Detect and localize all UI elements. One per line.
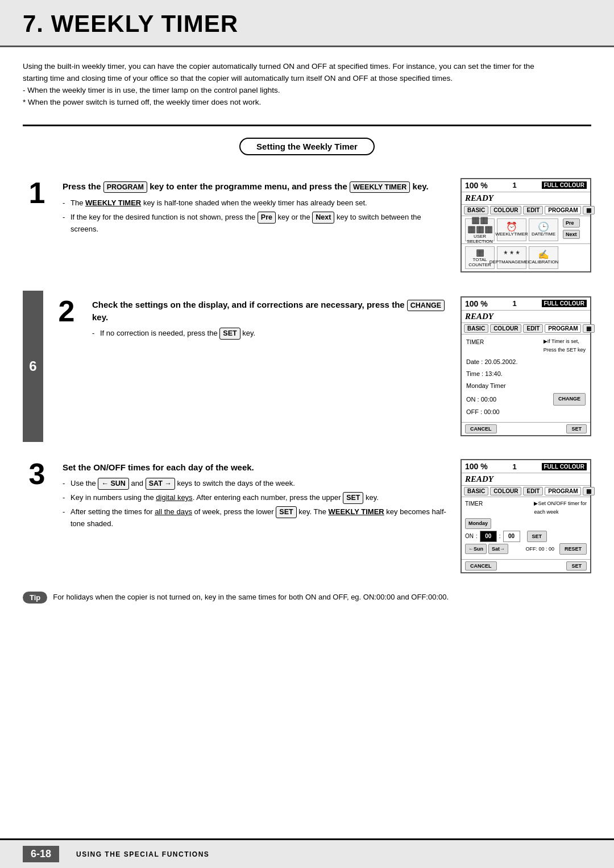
on-row: ON : 00:00 CHANGE [466, 393, 586, 405]
step1-container: 1 Press the PROGRAM key to enter the pro… [23, 178, 591, 272]
step1-bullet2: If the key for the desired function is n… [63, 212, 449, 235]
off-row: OFF : 00:00 [466, 407, 586, 418]
set-btn3[interactable]: SET [566, 561, 587, 571]
digital-keys-ref: digital keys [156, 493, 192, 502]
step3-heading: Set the ON/OFF times for each day of the… [63, 461, 449, 473]
upper-set-key: SET [343, 492, 363, 504]
screen3-num: 1 [512, 462, 516, 471]
step1-heading: Press the PROGRAM key to enter the progr… [63, 180, 449, 193]
sat-nav-btn[interactable]: Sat→ [488, 544, 508, 554]
step3-container: 3 Set the ON/OFF times for each day of t… [23, 459, 591, 573]
cancel-btn3[interactable]: CANCEL [465, 561, 497, 571]
screen1-mockup: 100 % 1 FULL COLOUR READY BASIC COLOUR E… [460, 178, 591, 272]
next-button[interactable]: Next [563, 230, 580, 239]
screen3-tabs: BASIC COLOUR EDIT PROGRAM ▦ [462, 486, 590, 497]
footer-text: USING THE SPECIAL FUNCTIONS [76, 850, 209, 858]
cancel-btn2[interactable]: CANCEL [465, 424, 497, 433]
sun-nav-btn[interactable]: ←Sun [465, 544, 487, 554]
step2-bullet1: If no correction is needed, press the SE… [92, 328, 449, 340]
page-title: 7. WEEKLY TIMER [23, 10, 591, 38]
tab-colour[interactable]: COLOUR [490, 206, 521, 214]
page-footer: 6-18 USING THE SPECIAL FUNCTIONS [0, 838, 614, 868]
step3-bullet2: Key in numbers using the digital keys. A… [63, 492, 449, 504]
s2-tab-colour[interactable]: COLOUR [490, 324, 521, 333]
next-key-ref: Next [312, 212, 334, 224]
footer-page-num: 6-18 [23, 846, 59, 862]
on-label3: ON [465, 532, 474, 541]
screen3-colour: FULL COLOUR [542, 463, 587, 470]
total-counter-symbol: ▦ [476, 248, 484, 257]
lower-set-key: SET [276, 506, 296, 518]
set-btn2[interactable]: SET [566, 424, 587, 433]
monday-btn[interactable]: Monday [465, 518, 491, 528]
screen-icon-calibration: ✍ CALIBRATION [529, 246, 558, 269]
weekly-timer-label: WEEKLYTIMER [495, 232, 528, 237]
screen3-btn-row: CANCEL SET [462, 559, 590, 572]
on-label: ON : 00:00 [466, 394, 496, 405]
weekly-timer-symbol: ⏰ [506, 222, 517, 232]
screen2-body: TIMER ▶If Timer is set,Press the SET key… [462, 334, 590, 420]
all-days-ref: all the days [155, 507, 192, 516]
s3-timer-msg: ▶Set ON/OFF timer foreach week [534, 499, 587, 516]
department-label: DEPTMANAGEMENT [489, 259, 534, 264]
s3-tab-basic[interactable]: BASIC [464, 487, 488, 495]
department-symbol: * * * [504, 250, 520, 259]
screen3-top-bar: 100 % 1 FULL COLOUR [462, 460, 590, 473]
step2-text: Check the settings on the display, and i… [92, 296, 449, 342]
screen2: 100 % 1 FULL COLOUR READY BASIC COLOUR E… [460, 296, 591, 437]
user-selection-label: USER SELECTION [466, 234, 494, 244]
s3-tab-program[interactable]: PROGRAM [545, 487, 581, 495]
nav-row: ←Sun Sat→ OFF: 00 : 00 RESET [465, 543, 587, 555]
time-val: 13:40. [485, 370, 503, 377]
tab-program[interactable]: PROGRAM [545, 206, 581, 214]
step2-number: 2 [59, 296, 75, 326]
on-minutes: 00 [503, 531, 520, 542]
screen-icon-department: * * * DEPTMANAGEMENT [497, 246, 526, 269]
change-btn[interactable]: CHANGE [553, 393, 586, 405]
date-time-label: DATE/TIME [532, 232, 555, 237]
sun-key: ← SUN [98, 478, 128, 490]
screen-icon-date-time: 🕒 DATE/TIME [529, 218, 558, 241]
time-label: Time : [466, 370, 483, 377]
screen1-icons-area: ▦▦▦▦▦ USER SELECTION ⏰ WEEKLYTIMER 🕒 DAT… [462, 216, 590, 243]
screen-icon-total-counter: ▦ TOTAL COUNTER [465, 246, 495, 269]
weekly-timer-ref: WEEKLY TIMER [85, 199, 141, 207]
user-selection-symbol: ▦▦▦▦▦ [467, 216, 493, 234]
tab-extra[interactable]: ▦ [583, 206, 595, 214]
on-row3: ON : 00 : 00 SET [465, 531, 587, 542]
reset-btn[interactable]: RESET [559, 543, 587, 555]
s2-tab-program[interactable]: PROGRAM [545, 324, 581, 333]
screen2-tabs: BASIC COLOUR EDIT PROGRAM ▦ [462, 323, 590, 334]
date-val: 20.05.2002. [484, 358, 517, 365]
s2-tab-extra[interactable]: ▦ [583, 324, 595, 333]
date-label: Date : [466, 358, 483, 365]
tip-badge: Tip [23, 592, 47, 604]
off-label: OFF : 00:00 [466, 408, 500, 415]
screen1-ready: READY [462, 192, 590, 205]
tip-text: For holidays when the copier is not turn… [53, 592, 449, 603]
s3-tab-extra[interactable]: ▦ [583, 487, 595, 495]
pre-button[interactable]: Pre [563, 218, 580, 228]
day-row: Monday [465, 518, 587, 528]
tab-edit[interactable]: EDIT [523, 206, 543, 214]
s2-tab-basic[interactable]: BASIC [464, 324, 488, 333]
screen2-top-bar: 100 % 1 FULL COLOUR [462, 297, 590, 311]
screen2-btn-row: CANCEL SET [462, 422, 590, 435]
calibration-symbol: ✍ [538, 250, 549, 259]
day-label: Monday Timer [466, 381, 586, 391]
intro-para1: Using the built-in weekly timer, you can… [23, 61, 534, 85]
tab-basic[interactable]: BASIC [464, 206, 488, 214]
screen1-pct: 100 % [465, 181, 488, 190]
s3-tab-colour[interactable]: COLOUR [490, 487, 521, 495]
s3-tab-edit[interactable]: EDIT [523, 487, 543, 495]
screen3: 100 % 1 FULL COLOUR READY BASIC COLOUR E… [460, 459, 591, 573]
s2-tab-edit[interactable]: EDIT [523, 324, 543, 333]
upper-set-btn[interactable]: SET [527, 531, 547, 542]
sidebar-6: 6 [23, 291, 43, 443]
screen2-pct: 100 % [465, 299, 488, 308]
screen3-ready: READY [462, 473, 590, 486]
screen3-pct: 100 % [465, 462, 488, 471]
section-heading: Setting the Weekly Timer [239, 138, 375, 155]
date-time-symbol: 🕒 [538, 222, 549, 232]
tip-box: Tip For holidays when the copier is not … [23, 592, 591, 604]
